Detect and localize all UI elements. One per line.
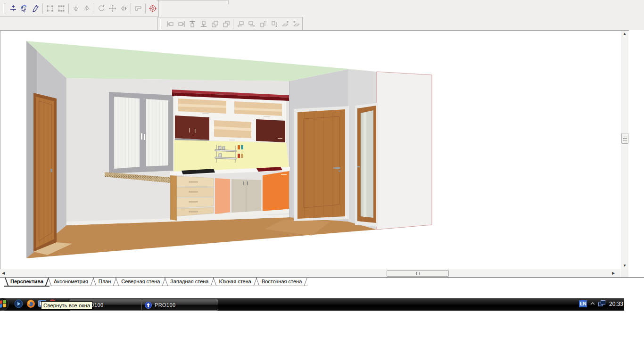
lay-flat-right-button[interactable] bbox=[291, 19, 302, 29]
tab-perspektiva[interactable]: Перспектива bbox=[4, 278, 50, 287]
upper-handle-a bbox=[202, 113, 209, 114]
minimize-all-tooltip: Свернуть все окна bbox=[41, 301, 92, 310]
flip-up-button[interactable] bbox=[70, 2, 82, 15]
lay-flat-left-button[interactable] bbox=[280, 19, 291, 29]
tab-severnaya-stena[interactable]: Северная стена bbox=[115, 278, 166, 286]
toolbar-separator bbox=[94, 3, 94, 14]
vertical-scroll-thumb[interactable] bbox=[621, 133, 628, 144]
tab-zapadnaya-stena[interactable]: Западная стена bbox=[164, 278, 215, 286]
clock[interactable]: 20:33 bbox=[609, 301, 623, 307]
align-top-button[interactable] bbox=[187, 19, 198, 29]
wenge-left-handle-2 bbox=[195, 129, 196, 133]
scrollbar-corner bbox=[621, 269, 628, 277]
select-handles-button[interactable] bbox=[56, 2, 67, 15]
toolbar-dock-outline bbox=[157, 0, 229, 4]
scroll-left-arrow[interactable]: ◀ bbox=[2, 272, 5, 275]
language-indicator[interactable]: EN bbox=[579, 300, 587, 307]
window-handle-right bbox=[144, 134, 145, 140]
big-door-handle bbox=[333, 167, 340, 169]
toolbar-separator bbox=[131, 3, 131, 14]
align-left-button[interactable] bbox=[165, 19, 176, 29]
tab-aksonometriya[interactable]: Аксонометрия bbox=[48, 278, 94, 286]
select-tool-button[interactable] bbox=[19, 2, 30, 15]
taskbar-button-pro100-2[interactable]: PRO100 bbox=[141, 299, 218, 311]
northeast-door bbox=[294, 106, 349, 221]
send-backward-button[interactable] bbox=[221, 19, 232, 29]
mirror-button[interactable] bbox=[118, 2, 130, 15]
backsplash-area bbox=[174, 140, 289, 172]
window-pane-left bbox=[114, 97, 140, 169]
pro100-icon bbox=[145, 302, 152, 309]
align-bottom-button[interactable] bbox=[198, 19, 209, 29]
horizontal-scroll-thumb[interactable] bbox=[387, 270, 449, 277]
toolbar-align bbox=[157, 17, 303, 31]
window-pane-right bbox=[146, 99, 168, 166]
outline-shape-button[interactable] bbox=[132, 2, 144, 15]
move-button[interactable] bbox=[107, 2, 118, 15]
door-handle bbox=[50, 169, 52, 172]
align-right-button[interactable] bbox=[176, 19, 187, 29]
big-door-handle-rose bbox=[339, 170, 340, 172]
horizontal-scrollbar[interactable]: ◀ ▶ bbox=[0, 269, 620, 277]
flip-down-button[interactable] bbox=[81, 2, 92, 15]
draw-tool-button[interactable] bbox=[30, 2, 41, 15]
scroll-up-arrow[interactable]: ▲ bbox=[623, 32, 627, 36]
network-tray-icon[interactable] bbox=[598, 300, 606, 307]
toolbar-main bbox=[0, 0, 159, 17]
desktop: ▲ ▼ ◀ ▶ Перспектива Аксонометрия План Се… bbox=[0, 0, 644, 362]
wenge-left-handle-1 bbox=[189, 128, 190, 132]
taskbar-button-label: PRO100 bbox=[155, 302, 176, 308]
gray-door-handle-1 bbox=[243, 181, 244, 185]
small-door-glass-sheen bbox=[363, 112, 366, 217]
insert-element-button[interactable] bbox=[8, 2, 19, 15]
view-tab-bar: Перспектива Аксонометрия План Северная с… bbox=[0, 277, 644, 287]
shift-right-button[interactable] bbox=[246, 19, 257, 29]
toolbar-zone bbox=[0, 0, 644, 30]
side-panel bbox=[170, 175, 177, 221]
upper-cabinets bbox=[172, 90, 289, 143]
bring-forward-button[interactable] bbox=[209, 19, 221, 29]
toolbar-grip[interactable] bbox=[3, 3, 5, 14]
tab-yuzhnaya-stena[interactable]: Южная стена bbox=[213, 278, 257, 286]
start-button[interactable] bbox=[0, 297, 9, 311]
orange-door bbox=[263, 171, 289, 212]
toolbar-grip[interactable] bbox=[160, 19, 162, 29]
peach-door bbox=[215, 178, 230, 214]
select-area-button[interactable] bbox=[44, 2, 56, 15]
toolbar-separator bbox=[145, 3, 146, 14]
wenge-cabinet-left bbox=[175, 115, 209, 140]
toolbar-separator bbox=[42, 3, 43, 14]
media-player-icon[interactable] bbox=[14, 299, 23, 308]
rotate-button[interactable] bbox=[96, 2, 107, 15]
tab-vostochnaya-stena[interactable]: Восточная стена bbox=[256, 278, 308, 286]
shift-down-button[interactable] bbox=[269, 19, 280, 29]
orange-door-handle bbox=[281, 174, 287, 175]
vertical-scrollbar[interactable]: ▲ ▼ bbox=[621, 31, 628, 269]
gray-door-handle-2 bbox=[247, 181, 248, 185]
firefox-icon[interactable] bbox=[26, 299, 35, 308]
tab-plan[interactable]: План bbox=[92, 278, 117, 286]
upper-handle-b bbox=[264, 116, 270, 117]
outer-east-wall bbox=[377, 72, 432, 230]
small-door-glass bbox=[361, 110, 373, 218]
drawer-unit bbox=[177, 176, 214, 216]
scroll-right-arrow[interactable]: ▶ bbox=[612, 272, 615, 275]
shift-left-button[interactable] bbox=[235, 19, 246, 29]
east-glass-door bbox=[355, 103, 378, 227]
small-door-handle bbox=[357, 166, 360, 167]
middle-handle bbox=[229, 140, 235, 140]
tray-expand-icon[interactable] bbox=[590, 301, 595, 306]
wenge-right-handle bbox=[278, 138, 282, 139]
toolbar-separator bbox=[233, 19, 233, 29]
backsplash bbox=[174, 140, 289, 172]
window-handle-left bbox=[141, 133, 142, 140]
toolbar-separator bbox=[68, 3, 69, 14]
perspective-view[interactable] bbox=[0, 31, 619, 269]
shift-up-button[interactable] bbox=[257, 19, 269, 29]
scroll-down-arrow[interactable]: ▼ bbox=[623, 264, 627, 268]
